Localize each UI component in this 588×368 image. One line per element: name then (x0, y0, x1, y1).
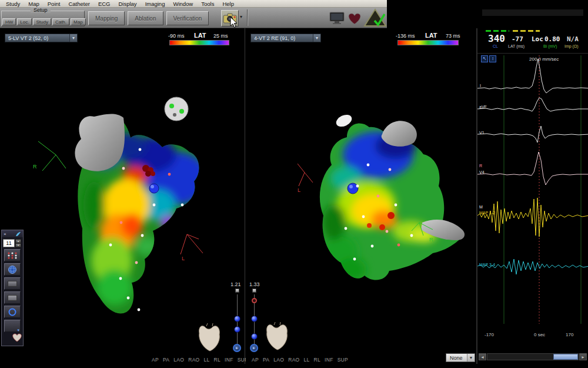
ecg-scroll-left-button[interactable]: ◄ (479, 353, 486, 360)
carto-application-window: Study Map Point Catheter ECG Display Ima… (0, 0, 588, 368)
map-viewport-left[interactable]: R L 5-LV VT 2 (52, 0) ▼ -90 ms LAT 25 ms… (0, 28, 245, 364)
orient-rao[interactable]: RAO (188, 357, 199, 363)
menu-window[interactable]: Window (169, 0, 197, 8)
mapping-mode-button[interactable]: Mapping (88, 11, 125, 25)
spinner-down-button[interactable]: ▼ (15, 243, 21, 247)
red-axis-gizmo (298, 164, 313, 186)
chevron-down-icon[interactable]: ▾ (17, 328, 19, 333)
toolbar-separator (247, 9, 248, 26)
orient-ll[interactable]: LL (304, 357, 310, 363)
catheter-shadow-icon (335, 112, 354, 129)
heartbeat-status-icon (348, 13, 361, 27)
slider-sphere-left-2[interactable] (234, 326, 240, 333)
show-points-button[interactable] (4, 249, 21, 261)
projection-dropdown[interactable]: None ▼ (446, 353, 475, 362)
palette-tool-button-4[interactable] (4, 291, 21, 304)
chevron-down-icon: ▼ (69, 34, 77, 42)
reset-view-button-right[interactable]: ▸ (250, 344, 258, 352)
orient-lao[interactable]: LAO (173, 357, 184, 363)
ecg-panel: 340 CL -77 LAT (ms) Loc 0.80 Bi (mV) N/A… (476, 28, 588, 364)
orient-pa[interactable]: PA (163, 357, 169, 363)
map-viewport-right[interactable]: L R 4-VT 2 RE (91, 0) ▼ -136 ms LAT 73 m… (246, 28, 476, 364)
palette-tool-button-6[interactable]: ▾ (4, 320, 21, 332)
orient-inf[interactable]: INF (325, 357, 333, 363)
setup-buttons: HW Loc. Study Cath. Map (2, 18, 86, 25)
palette-heart-icon[interactable] (12, 333, 22, 342)
palette-close-button[interactable]: × (4, 231, 6, 237)
orient-ap[interactable]: AP (252, 357, 259, 363)
scale-max-left: 25 ms (213, 33, 228, 39)
orient-inf[interactable]: INF (225, 357, 233, 363)
orient-sup[interactable]: SUP (338, 357, 348, 363)
surface-mesh-button[interactable] (4, 263, 21, 276)
bipolar-voltage-label: Bi (mV) (543, 44, 557, 48)
menu-point[interactable]: Point (44, 0, 65, 8)
orient-lao[interactable]: LAO (273, 357, 284, 363)
trace-label-avf: aVF (479, 105, 487, 109)
snapshot-dropdown-caret[interactable]: ▾ (240, 14, 242, 19)
trace-label-i: I (480, 84, 481, 88)
orient-rao[interactable]: RAO (288, 357, 299, 363)
slider-knob-left[interactable] (235, 289, 239, 293)
ecg-scrollbar-track[interactable] (487, 353, 579, 360)
impedance-value: N/A (567, 35, 579, 43)
ice-catheter-tip-icon (165, 97, 188, 121)
menu-ecg[interactable]: ECG (94, 0, 115, 8)
map-selector-right[interactable]: 4-VT 2 RE (91, 0) ▼ (250, 34, 321, 42)
menu-study[interactable]: Study (2, 0, 24, 8)
trace-label-r: R (479, 164, 482, 168)
axis-label-l-left: L (182, 256, 185, 261)
axis-label-r-right: R (429, 237, 433, 243)
palette-tool-button-5[interactable] (4, 306, 21, 318)
slider-sphere-right-2[interactable] (251, 333, 258, 340)
cycle-length-label: CL (493, 44, 498, 48)
hw-setup-button[interactable]: HW (2, 18, 16, 25)
reference-heart-icon-right[interactable] (267, 322, 288, 350)
ablation-mode-button[interactable]: Ablation (128, 11, 163, 25)
time-axis-min: -170 (485, 332, 494, 337)
palette-tool-button-3[interactable] (4, 277, 21, 290)
slider-sphere-left-1[interactable] (234, 316, 240, 322)
orient-ap[interactable]: AP (152, 357, 159, 363)
ecg-waveform-area (477, 52, 588, 334)
ecg-scroll-right-button[interactable]: ► (579, 353, 587, 360)
surface-fill-icon (8, 281, 17, 287)
ecg-scrollbar-thumb[interactable] (553, 354, 578, 360)
scale-title-left: LAT (194, 32, 206, 39)
menu-imaging[interactable]: Imaging (141, 0, 169, 8)
palette-titlebar[interactable]: × (2, 230, 23, 237)
axis-label-l-right: L (298, 187, 300, 193)
spinner-up-button[interactable]: ▲ (15, 239, 21, 243)
orient-rl[interactable]: RL (214, 357, 220, 363)
floating-tool-palette: × 11 ▲ ▼ (1, 230, 24, 346)
time-axis-zero: 0 sec (534, 332, 545, 337)
lv-lat-map-3d[interactable]: R L (0, 28, 245, 364)
cycle-length-value: 340 (488, 33, 505, 44)
study-setup-button[interactable]: Study (33, 18, 51, 25)
menu-map[interactable]: Map (24, 0, 43, 8)
menubar: Study Map Point Catheter ECG Display Ima… (0, 0, 387, 8)
slider-knob-right[interactable] (252, 289, 256, 293)
menu-help[interactable]: Help (218, 0, 238, 8)
reset-view-button-left[interactable]: ▸ (233, 344, 241, 352)
slider-sphere-right-1[interactable] (251, 316, 258, 322)
points-grid-icon (7, 251, 18, 260)
map-setup-button[interactable]: Map (71, 18, 86, 25)
orient-pa[interactable]: PA (263, 357, 269, 363)
orient-rl[interactable]: RL (314, 357, 320, 363)
map-selector-right-label: 4-VT 2 RE (91, 0) (254, 35, 295, 41)
location-setup-button[interactable]: Loc. (17, 18, 32, 25)
axis-label-r-left: R (33, 164, 37, 170)
reference-heart-icon-left[interactable] (199, 323, 220, 351)
status-dashes-green (486, 30, 509, 32)
menu-catheter[interactable]: Catheter (64, 0, 93, 8)
point-size-input[interactable]: 11 (3, 239, 15, 247)
catheter-setup-button[interactable]: Cath. (52, 18, 69, 25)
menu-display[interactable]: Display (114, 0, 141, 8)
orientation-buttons-right: AP PA LAO RAO LL RL INF SUP (252, 357, 348, 363)
map-selector-left[interactable]: 5-LV VT 2 (52, 0) ▼ (5, 34, 78, 42)
orient-ll[interactable]: LL (204, 357, 210, 363)
menu-tools[interactable]: Tools (197, 0, 218, 8)
verification-mode-button[interactable]: Verification (166, 11, 209, 25)
vt-re-lat-map-3d[interactable]: L R (246, 28, 476, 364)
